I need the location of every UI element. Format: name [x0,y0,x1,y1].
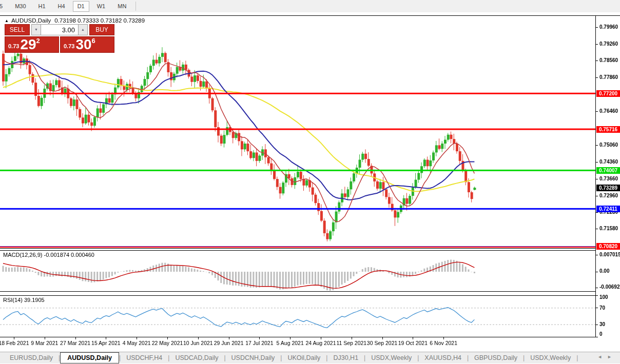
chart-symbol-header: ▲ AUDUSD,Daily 0.73198 0.73333 0.73182 0… [5,17,145,24]
tab-item-audusd-daily[interactable]: AUDUSD,Daily [60,352,119,363]
current-price-badge: 0.73289 [596,185,620,191]
date-axis-label: 19 Oct 2021 [398,340,428,346]
symbol-title: AUDUSD,Daily [11,17,51,24]
macd-axis-label: -0.006923 [599,284,620,290]
date-axis-label: 22 May 2021 [152,340,183,346]
sell-button[interactable]: SELL [5,24,30,35]
price-line-badge: 0.75716 [596,126,620,133]
price-axis-label: 0.72960 [599,193,618,198]
toolbar-timeframe-w1[interactable]: W1 [92,1,110,12]
tab-item-dj30-h1[interactable]: DJ30,H1 [327,353,364,363]
date-axis-label: 29 Jun 2021 [214,340,244,346]
price-chart-canvas[interactable] [0,0,620,364]
sell-price-prefix: 0.73 [8,43,19,49]
tab-item-eurusd-daily[interactable]: EURUSD,Daily [4,353,59,363]
trade-panel-top-row: SELL ▼ ▲ BUY [5,24,114,35]
sell-price-point: 2 [36,37,40,45]
tab-item-usdcad-daily[interactable]: USDCAD,Daily [169,353,224,363]
trade-panel-quote-row: 0.73 29 2 0.73 30 6 [5,36,114,53]
date-axis-label: 11 Sep 2021 [336,340,366,346]
date-axis-label: 18 Feb 2021 [0,340,29,346]
price-line-badge: 0.77200 [596,90,620,97]
price-axis-label: 0.76460 [599,108,618,114]
buy-button[interactable]: BUY [89,24,114,35]
collapse-triangle-icon[interactable]: ▲ [5,18,9,23]
price-axis-label: 0.73660 [599,176,618,181]
tab-item-usdx-weekly[interactable]: USDX,Weekly [365,353,417,363]
price-axis-label: 0.71580 [599,226,618,231]
date-axis-label: 24 Aug 2021 [306,340,336,346]
sell-price-pips: 29 [20,38,36,51]
date-axis-label: 6 Nov 2021 [430,340,457,346]
tab-scroll-left-icon[interactable]: ◄ [597,354,607,359]
date-axis-label: 4 May 2021 [123,340,151,346]
tab-item-usdchf-h4[interactable]: USDCHF,H4 [121,353,168,363]
date-axis-label: 15 Apr 2021 [91,340,121,346]
volume-decrease-button[interactable]: ▼ [31,24,41,35]
toolbar-timeframe-h4[interactable]: H4 [53,1,70,12]
date-axis-label: 27 Mar 2021 [60,340,90,346]
date-axis-label: 5 Aug 2021 [277,340,304,346]
tabs-holder: EURUSD,Daily|AUDUSD,Daily|USDCHF,H4|USDC… [4,352,578,363]
price-line-badge: 0.74007 [596,167,620,174]
tab-scroll-arrows: ◄► [597,354,617,359]
macd-axis-label: 0.007015 [599,252,620,257]
chart-tab-bar: EURUSD,Daily|AUDUSD,Daily|USDCHF,H4|USDC… [0,352,620,363]
date-axis-label: 9 Mar 2021 [31,340,58,346]
price-axis-label: 0.75060 [599,142,618,148]
toolbar-timeframe-d1[interactable]: D1 [73,1,89,12]
toolbar-timeframe-h1[interactable]: H1 [34,1,50,12]
toolbar-timeframe-mn[interactable]: MN [113,1,131,12]
one-click-trade-panel: SELL ▼ ▲ BUY 0.73 29 2 0.73 30 6 [5,24,114,53]
date-axis-label: 30 Sep 2021 [367,340,398,346]
price-axis-label: 0.74360 [599,159,618,165]
macd-indicator-label: MACD(12,26,9) -0.001874 0.000460 [3,252,94,258]
buy-price-pips: 30 [75,38,91,51]
volume-increase-button[interactable]: ▲ [78,24,88,35]
buy-price-point: 6 [92,37,95,45]
sell-price-quote[interactable]: 0.73 29 2 [5,36,59,53]
buy-price-quote[interactable]: 0.73 30 6 [60,36,114,53]
rsi-axis-label: 0 [599,331,603,337]
trading-platform-window: 5M30H1H4D1W1MN ▲ AUDUSD,Daily 0.73198 0.… [0,0,620,364]
price-axis-label: 0.79260 [599,41,618,47]
toolbar-timeframe-5[interactable]: 5 [0,1,7,12]
toolbar-separator [135,2,136,11]
rsi-axis-label: 70 [599,305,605,311]
date-axis-label: 10 Jun 2021 [183,340,213,346]
tab-item-usdcnh-daily[interactable]: USDCNH,Daily [226,353,281,363]
tab-scroll-right-icon[interactable]: ► [607,354,617,359]
price-line-badge: 0.70820 [596,243,620,250]
ohlc-values: 0.73198 0.73333 0.73182 0.73289 [54,17,145,24]
rsi-axis-label: 30 [599,321,605,327]
price-axis-label: 0.78560 [599,57,618,63]
tab-item-xauusd-h4[interactable]: XAUUSD,H4 [419,353,467,363]
price-axis-label: 0.79960 [599,24,618,30]
macd-axis-label: 0.00 [599,268,609,274]
timeframe-toolbar: 5M30H1H4D1W1MN [0,0,620,12]
toolbar-timeframe-m30[interactable]: M30 [10,1,30,12]
tab-item-gbpusd-daily[interactable]: GBPUSD,Daily [469,353,523,363]
tab-item-ukoil-daily[interactable]: UKOil,Daily [282,353,326,363]
rsi-axis-label: 100 [599,294,608,300]
price-axis-label: 0.77860 [599,74,618,80]
price-line-badge: 0.72411 [596,206,620,212]
date-axis-label: 17 Jul 2021 [245,340,273,346]
buy-price-prefix: 0.73 [64,43,74,49]
rsi-indicator-label: RSI(14) 39.1905 [3,297,45,303]
tab-separator: | [576,354,578,361]
volume-input[interactable] [41,24,78,35]
tab-item-usdx-weekly[interactable]: USDX,Weekly [525,353,576,363]
